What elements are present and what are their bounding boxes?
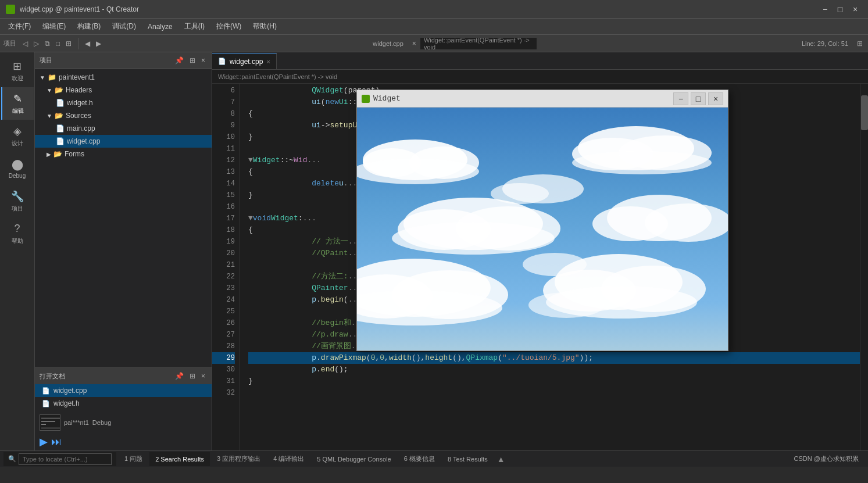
app-output-label: 3 应用程序输出 — [217, 455, 260, 463]
debug-icon: ⬤ — [11, 158, 24, 171]
project-icon: 📁 — [48, 73, 56, 81]
forms-label: Forms — [65, 150, 84, 158]
widget-maximize-btn[interactable]: □ — [691, 92, 706, 105]
menu-help[interactable]: 帮助(H) — [247, 19, 283, 34]
locate-input[interactable] — [19, 453, 112, 465]
open-doc-widget-cpp[interactable]: 📄 widget.cpp — [35, 384, 212, 397]
tab-filename-display: widget.cpp — [368, 40, 408, 47]
svg-point-8 — [572, 151, 712, 174]
bottom-tab-problems[interactable]: 1 问题 — [119, 452, 148, 466]
code-area[interactable]: QWidget(parent), ui(new Ui::Widget) { ui… — [240, 84, 860, 450]
menu-controls[interactable]: 控件(W) — [210, 19, 247, 34]
toolbar-btn-5[interactable]: ⊞ — [64, 39, 73, 48]
split-btn[interactable]: ⊞ — [855, 39, 865, 48]
open-docs-header: 打开文档 📌 ⊞ × — [35, 368, 212, 384]
bottom-tab-compile[interactable]: 4 编译输出 — [267, 452, 310, 466]
step-button[interactable]: ⏭ — [51, 436, 62, 448]
code-thumbnail: ▬▬▬▬▬▬▬▬▬▬▬▬▬▬▬▬▬▬▬▬▬▬▬▬▬▬ — [40, 414, 60, 431]
project-arrow: ▼ — [40, 74, 45, 81]
open-docs-split-btn[interactable]: ⊞ — [188, 371, 197, 381]
sidebar-item-welcome[interactable]: ⊞ 欢迎 — [1, 55, 34, 87]
sidebar-item-edit[interactable]: ✎ 编辑 — [1, 87, 34, 120]
tree-item-sources[interactable]: ▼ 📂 Sources — [35, 109, 212, 122]
summary-label: 6 概要信息 — [404, 455, 435, 463]
toolbar-btn-2[interactable]: ▷ — [32, 39, 41, 48]
editor-content[interactable]: 6 7 8 9 10 11 12 13 14 15 16 17 18 19 20… — [212, 84, 868, 450]
tree-item-main-cpp[interactable]: 📄 main.cpp — [35, 122, 212, 135]
open-doc-label-cpp: widget.cpp — [53, 387, 87, 395]
sidebar-item-debug[interactable]: ⬤ Debug — [1, 152, 34, 185]
bottom-tab-test[interactable]: 8 Test Results — [442, 452, 494, 466]
widget-preview-icon — [362, 95, 370, 103]
tab-close-cpp[interactable]: × — [266, 58, 270, 65]
sidebar-icons: ⊞ 欢迎 ✎ 编辑 ◈ 设计 ⬤ Debug 🔧 项目 ? 帮助 — [0, 52, 35, 450]
menu-file[interactable]: 文件(F) — [2, 19, 37, 34]
toolbar-btn-4[interactable]: □ — [54, 39, 62, 48]
sidebar-item-help[interactable]: ? 帮助 — [1, 217, 34, 250]
panel-close-btn[interactable]: × — [199, 56, 207, 65]
tree-item-widget-cpp[interactable]: 📄 widget.cpp — [35, 135, 212, 148]
widget-cpp-icon: 📄 — [56, 137, 65, 145]
toolbar-forward-btn[interactable]: ▶ — [94, 39, 103, 48]
widget-preview-window[interactable]: Widget − □ × — [356, 90, 728, 351]
expand-icon[interactable]: ▲ — [497, 455, 505, 464]
bottom-tab-search[interactable]: 2 Search Results — [149, 452, 210, 466]
menu-tools[interactable]: 工具(I) — [178, 19, 210, 34]
open-docs-pin-btn[interactable]: 📌 — [173, 371, 185, 381]
project-panel: 项目 📌 ⊞ × ▼ 📁 paintevent1 ▼ 📂 Headers 📄 — [35, 52, 212, 450]
editor-scrollbar[interactable] — [860, 84, 868, 450]
menu-debug[interactable]: 调试(D) — [106, 19, 142, 34]
toolbar-btn-1[interactable]: ◁ — [21, 39, 30, 48]
sidebar-item-project[interactable]: 🔧 项目 — [1, 185, 34, 217]
tree-item-project[interactable]: ▼ 📁 paintevent1 — [35, 71, 212, 84]
menu-edit[interactable]: 编辑(E) — [37, 19, 72, 34]
open-docs-title: 打开文档 — [40, 372, 65, 381]
bottom-tab-summary[interactable]: 6 概要信息 — [398, 452, 441, 466]
menu-build[interactable]: 构建(B) — [72, 19, 106, 34]
open-doc-label-h: widget.h — [53, 399, 80, 407]
run-button[interactable]: ▶ — [40, 435, 48, 448]
sidebar-label-welcome: 欢迎 — [12, 74, 23, 83]
problems-label: 1 问题 — [124, 455, 142, 463]
bottom-tab-qml[interactable]: 5 QML Debugger Console — [311, 452, 397, 466]
close-button[interactable]: × — [848, 2, 862, 16]
sidebar-item-design[interactable]: ◈ 设计 — [1, 120, 34, 152]
open-docs-close-btn[interactable]: × — [199, 371, 207, 381]
widget-preview-body — [357, 108, 728, 350]
tree-item-forms[interactable]: ▶ 📂 Forms — [35, 148, 212, 160]
edit-icon: ✎ — [12, 92, 24, 105]
tree-item-widget-h[interactable]: 📄 widget.h — [35, 96, 212, 109]
bottom-tabs: 🔍 1 问题 2 Search Results 3 应用程序输出 4 编译输出 … — [0, 450, 868, 467]
sidebar-label-debug: Debug — [9, 173, 26, 179]
open-doc-widget-h[interactable]: 📄 widget.h — [35, 397, 212, 410]
project-panel-title: 项目 — [40, 56, 52, 65]
bottom-tab-app-output[interactable]: 3 应用程序输出 — [211, 452, 266, 466]
main-cpp-icon: 📄 — [56, 124, 65, 133]
widget-close-btn[interactable]: × — [708, 92, 723, 105]
tab-close-btn[interactable]: × — [410, 39, 418, 48]
toolbar-btn-3[interactable]: ⧉ — [43, 39, 52, 48]
tree-item-headers[interactable]: ▼ 📂 Headers — [35, 84, 212, 96]
window-controls: − □ × — [818, 2, 862, 16]
scrollbar-thumb[interactable] — [861, 95, 868, 130]
sidebar-label-project: 项目 — [12, 205, 23, 213]
open-docs-actions: 📌 ⊞ × — [173, 371, 207, 381]
panel-split-btn[interactable]: ⊞ — [188, 56, 197, 65]
toolbar-back-btn[interactable]: ◀ — [83, 39, 92, 48]
line-col-display: Line: 29, Col: 51 — [802, 40, 853, 47]
maximize-button[interactable]: □ — [833, 2, 847, 16]
minimize-button[interactable]: − — [818, 2, 832, 16]
panel-pin-btn[interactable]: 📌 — [173, 56, 185, 65]
tab-widget-cpp[interactable]: 📄 widget.cpp × — [212, 53, 277, 69]
menu-analyze[interactable]: Analyze — [142, 20, 178, 33]
forms-arrow: ▶ — [47, 151, 51, 158]
tab-label-cpp: widget.cpp — [230, 58, 263, 66]
project-icon: 🔧 — [11, 190, 24, 203]
toolbar-project-label: 项目 — [3, 39, 16, 48]
code-line-32 — [248, 387, 860, 399]
project-panel-header: 项目 📌 ⊞ × — [35, 52, 212, 69]
widget-minimize-btn[interactable]: − — [673, 92, 688, 105]
widget-cpp-name: widget.cpp — [67, 137, 100, 145]
code-line-29: p.drawPixmap(0,0,width(),height(),QPixma… — [248, 352, 860, 364]
thumbnail-item[interactable]: ▬▬▬▬▬▬▬▬▬▬▬▬▬▬▬▬▬▬▬▬▬▬▬▬▬▬ pai***nt1 Deb… — [35, 412, 212, 433]
